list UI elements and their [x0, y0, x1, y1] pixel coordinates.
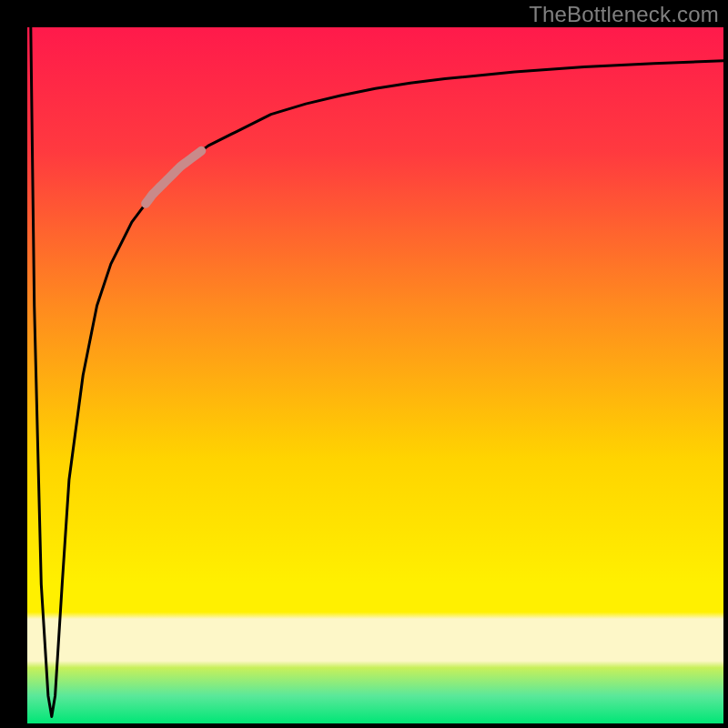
curve-layer: [27, 27, 723, 723]
chart-frame: TheBottleneck.com: [0, 0, 728, 728]
watermark-text: TheBottleneck.com: [529, 2, 719, 27]
highlight-segment-path: [146, 151, 201, 204]
plot-area: [27, 27, 723, 723]
bottleneck-curve-path: [31, 27, 723, 716]
